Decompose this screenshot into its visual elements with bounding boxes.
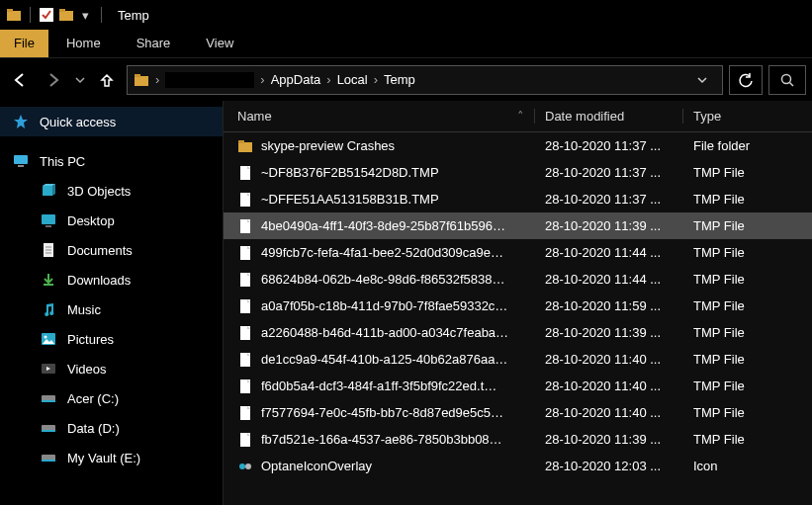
svg-rect-16 xyxy=(45,225,51,227)
sidebar-item-label: Acer (C:) xyxy=(67,391,119,406)
svg-rect-31 xyxy=(42,460,55,462)
chevron-right-icon[interactable]: › xyxy=(258,72,266,87)
address-dropdown[interactable] xyxy=(688,66,716,94)
sidebar-item-label: Quick access xyxy=(40,115,116,129)
sidebar-item[interactable]: My Vault (E:) xyxy=(0,443,223,472)
chevron-right-icon[interactable]: › xyxy=(153,72,161,87)
svg-marker-9 xyxy=(14,115,28,128)
file-type: TMP File xyxy=(683,192,812,207)
back-button[interactable] xyxy=(6,66,34,94)
sidebar-item-label: Desktop xyxy=(67,213,115,228)
sidebar-item-icon xyxy=(40,389,57,407)
file-row[interactable]: f7577694-7e0c-45fb-bb7c-8d87ed9e5c5…28-1… xyxy=(224,399,812,426)
chevron-right-icon[interactable]: › xyxy=(372,72,380,87)
column-type[interactable]: Type xyxy=(683,109,812,124)
file-type: TMP File xyxy=(683,379,812,393)
sidebar-item[interactable]: Desktop xyxy=(0,206,223,235)
sidebar-item[interactable]: Acer (C:) xyxy=(0,383,223,413)
sidebar-item[interactable]: Pictures xyxy=(0,324,223,354)
file-type: TMP File xyxy=(683,325,812,340)
folder-icon xyxy=(6,7,22,23)
refresh-button[interactable] xyxy=(729,65,763,95)
svg-rect-3 xyxy=(59,11,73,21)
file-date: 28-10-2020 11:39 ... xyxy=(535,218,683,233)
breadcrumb-appdata[interactable]: AppData xyxy=(271,72,321,87)
chevron-right-icon[interactable]: › xyxy=(324,72,332,87)
sidebar-item[interactable]: Downloads xyxy=(0,265,223,295)
breadcrumb-temp[interactable]: Temp xyxy=(384,72,415,87)
column-date[interactable]: Date modified xyxy=(535,109,683,124)
sidebar-item-icon xyxy=(40,211,57,229)
menu-share[interactable]: Share xyxy=(119,30,189,57)
menu-view[interactable]: View xyxy=(188,30,251,57)
column-name[interactable]: Name˄ xyxy=(224,109,535,124)
svg-rect-4 xyxy=(59,9,65,12)
content: Name˄ Date modified Type skype-preview C… xyxy=(224,101,812,505)
file-row[interactable]: skype-preview Crashes28-10-2020 11:37 ..… xyxy=(224,132,812,159)
sidebar-this-pc[interactable]: This PC xyxy=(0,146,223,176)
sidebar-quick-access[interactable]: Quick access xyxy=(0,107,223,136)
history-dropdown[interactable] xyxy=(73,66,87,94)
file-type: TMP File xyxy=(683,165,812,180)
up-button[interactable] xyxy=(93,66,121,94)
file-row[interactable]: ~DFFE51AA513158B31B.TMP28-10-2020 11:37 … xyxy=(224,186,812,212)
file-type: TMP File xyxy=(683,272,812,287)
folder-icon xyxy=(58,7,74,23)
file-row[interactable]: fb7d521e-166a-4537-ae86-7850b3bb08…28-10… xyxy=(224,426,812,453)
file-row[interactable]: f6d0b5a4-dcf3-484f-a1ff-3f5bf9fc22ed.t…2… xyxy=(224,373,812,399)
file-date: 28-10-2020 11:37 ... xyxy=(535,192,683,207)
sidebar-item[interactable]: Documents xyxy=(0,235,223,265)
navbar: › › AppData › Local › Temp xyxy=(0,57,812,101)
file-row[interactable]: a0a7f05b-c18b-411d-97b0-7f8fae59332c…28-… xyxy=(224,293,812,319)
file-type: File folder xyxy=(683,138,812,153)
breadcrumb-user[interactable] xyxy=(165,72,254,88)
svg-rect-33 xyxy=(238,140,244,143)
file-date: 28-10-2020 12:03 ... xyxy=(535,459,683,473)
file-row[interactable]: OptaneIconOverlay28-10-2020 12:03 ...Ico… xyxy=(224,453,812,479)
window-title: Temp xyxy=(118,8,149,23)
sidebar-item[interactable]: Data (D:) xyxy=(0,413,223,443)
file-row[interactable]: 4be0490a-4ff1-40f3-8de9-25b87f61b596…28-… xyxy=(224,212,812,239)
file-list[interactable]: skype-preview Crashes28-10-2020 11:37 ..… xyxy=(224,132,812,505)
menu-home[interactable]: Home xyxy=(48,30,119,57)
address-bar[interactable]: › › AppData › Local › Temp xyxy=(127,65,723,95)
overflow-icon[interactable]: ▾ xyxy=(78,8,93,23)
titlebar: ▾ Temp xyxy=(0,0,812,30)
menu-file[interactable]: File xyxy=(0,30,48,57)
forward-button[interactable] xyxy=(40,66,67,94)
file-type: TMP File xyxy=(683,298,812,313)
file-name: de1cc9a9-454f-410b-a125-40b62a876aa… xyxy=(261,352,507,367)
file-name: fb7d521e-166a-4537-ae86-7850b3bb08… xyxy=(261,432,502,447)
file-row[interactable]: ~DF8B376F2B51542D8D.TMP28-10-2020 11:37 … xyxy=(224,159,812,186)
file-row[interactable]: 499fcb7c-fefa-4fa1-bee2-52d0d309ca9e…28-… xyxy=(224,239,812,266)
file-row[interactable]: 68624b84-062b-4e8c-98d6-f86532f5838…28-1… xyxy=(224,266,812,293)
svg-rect-29 xyxy=(42,430,55,432)
search-button[interactable] xyxy=(768,65,806,95)
file-icon xyxy=(237,325,253,341)
sidebar-item-label: 3D Objects xyxy=(67,184,131,199)
sidebar-item[interactable]: Music xyxy=(0,295,223,324)
sidebar-item-icon xyxy=(40,241,57,259)
sidebar-item-icon xyxy=(40,449,57,466)
column-name-label: Name xyxy=(237,109,272,124)
separator xyxy=(101,7,102,23)
file-name: ~DF8B376F2B51542D8D.TMP xyxy=(261,165,439,180)
sidebar-item-label: My Vault (E:) xyxy=(67,451,140,465)
file-icon xyxy=(237,218,253,234)
file-icon xyxy=(237,379,253,394)
svg-rect-32 xyxy=(238,142,252,152)
breadcrumb-local[interactable]: Local xyxy=(337,72,368,87)
file-name: a2260488-b46d-411b-ad00-a034c7feaba… xyxy=(261,325,508,340)
svg-line-8 xyxy=(790,82,794,86)
svg-point-57 xyxy=(245,463,251,469)
file-date: 28-10-2020 11:40 ... xyxy=(535,405,683,420)
sidebar-item[interactable]: 3D Objects xyxy=(0,176,223,206)
sidebar-item[interactable]: Videos xyxy=(0,354,223,383)
monitor-icon xyxy=(12,152,30,170)
file-date: 28-10-2020 11:44 ... xyxy=(535,245,683,260)
file-date: 28-10-2020 11:59 ... xyxy=(535,298,683,313)
file-row[interactable]: de1cc9a9-454f-410b-a125-40b62a876aa…28-1… xyxy=(224,346,812,373)
file-row[interactable]: a2260488-b46d-411b-ad00-a034c7feaba…28-1… xyxy=(224,319,812,346)
file-name: 499fcb7c-fefa-4fa1-bee2-52d0d309ca9e… xyxy=(261,245,503,260)
svg-point-56 xyxy=(239,463,245,469)
